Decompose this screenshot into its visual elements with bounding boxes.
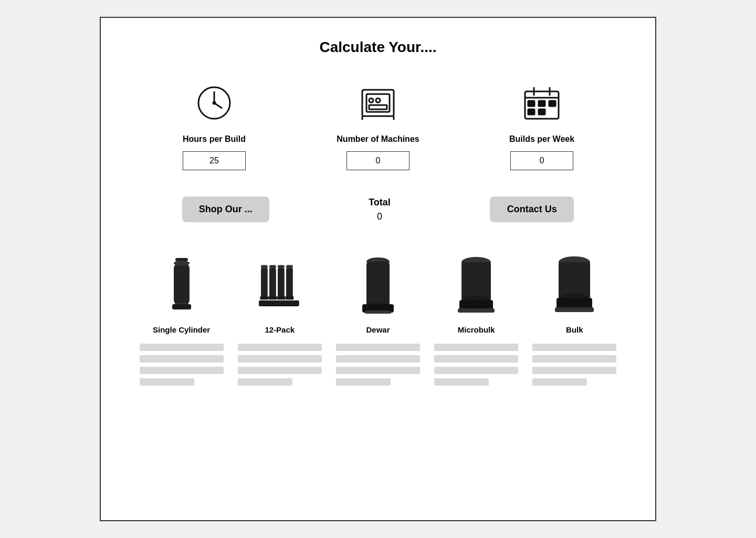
dewar-icon (357, 254, 399, 317)
detail-line (140, 355, 224, 363)
svg-rect-15 (528, 101, 534, 106)
svg-point-7 (376, 98, 380, 102)
calculator-section: Hours per Build Number of Machines (132, 82, 624, 170)
dewar-details (336, 344, 420, 386)
detail-line (532, 355, 616, 363)
twelve-pack-label: 12-Pack (265, 325, 295, 334)
svg-rect-53 (555, 307, 594, 312)
hours-label: Hours per Build (183, 134, 246, 144)
svg-rect-19 (539, 109, 545, 115)
svg-rect-48 (458, 308, 495, 313)
product-microbulk: Microbulk (434, 254, 518, 386)
detail-line (532, 378, 587, 386)
products-section: Single Cylinder (132, 254, 624, 386)
svg-rect-22 (174, 263, 190, 305)
microbulk-details (434, 344, 518, 386)
svg-rect-16 (539, 101, 545, 106)
svg-rect-45 (461, 262, 491, 301)
svg-rect-29 (269, 267, 276, 297)
svg-rect-32 (278, 267, 285, 297)
machines-label: Number of Machines (337, 134, 419, 144)
svg-rect-34 (277, 296, 285, 299)
total-section: Total 0 (369, 197, 391, 222)
machine-icon (357, 82, 399, 124)
calc-item-machines: Number of Machines (326, 82, 430, 170)
builds-input[interactable] (510, 151, 573, 170)
detail-line (434, 344, 518, 351)
detail-line (238, 378, 292, 386)
detail-line (532, 367, 616, 374)
svg-rect-31 (268, 296, 277, 299)
svg-rect-17 (549, 101, 555, 106)
detail-line (336, 378, 391, 386)
total-value: 0 (369, 211, 391, 222)
twelve-pack-details (238, 344, 322, 386)
svg-rect-36 (286, 265, 293, 268)
clock-icon (193, 82, 235, 124)
single-cylinder-details (140, 344, 224, 386)
calendar-icon (521, 82, 563, 124)
svg-rect-40 (366, 262, 390, 306)
svg-rect-18 (528, 109, 534, 115)
detail-line (532, 344, 616, 351)
bulk-label: Bulk (566, 325, 583, 334)
svg-rect-28 (260, 296, 268, 299)
total-label: Total (369, 197, 391, 208)
detail-line (238, 355, 322, 363)
page-title: Calculate Your.... (132, 39, 624, 56)
shop-button[interactable]: Shop Our ... (182, 196, 269, 222)
svg-rect-26 (261, 267, 268, 297)
microbulk-icon (455, 254, 497, 317)
detail-line (238, 344, 322, 351)
dewar-label: Dewar (366, 325, 390, 334)
single-cylinder-icon (161, 254, 203, 317)
svg-rect-33 (278, 265, 285, 268)
svg-rect-8 (369, 105, 387, 109)
svg-rect-25 (172, 304, 191, 309)
action-section: Shop Our ... Total 0 Contact Us (132, 196, 624, 222)
contact-button[interactable]: Contact Us (490, 196, 574, 222)
calc-item-hours: Hours per Build (162, 82, 267, 170)
detail-line (140, 378, 194, 386)
svg-rect-37 (285, 296, 293, 299)
svg-rect-38 (259, 301, 299, 306)
svg-point-6 (369, 98, 373, 102)
microbulk-label: Microbulk (458, 325, 495, 334)
product-bulk: Bulk (532, 254, 616, 386)
svg-rect-35 (286, 267, 293, 297)
bulk-details (532, 344, 616, 386)
calc-item-builds: Builds per Week (489, 82, 594, 170)
detail-line (434, 378, 489, 386)
twelve-pack-icon (259, 254, 301, 317)
svg-rect-27 (261, 265, 268, 268)
svg-point-3 (213, 102, 215, 104)
detail-line (140, 344, 224, 351)
detail-line (336, 367, 420, 374)
product-dewar: Dewar (336, 254, 420, 386)
detail-line (238, 367, 322, 374)
detail-line (434, 355, 518, 363)
detail-line (336, 355, 420, 363)
hours-input[interactable] (183, 151, 246, 170)
detail-line (336, 344, 420, 351)
detail-line (434, 367, 518, 374)
builds-label: Builds per Week (509, 134, 574, 144)
product-twelve-pack: 12-Pack (238, 254, 322, 386)
single-cylinder-label: Single Cylinder (153, 325, 210, 334)
main-container: Calculate Your.... Hours per Build (100, 17, 656, 521)
svg-point-23 (174, 261, 190, 266)
detail-line (140, 367, 224, 374)
bulk-icon (553, 254, 595, 317)
machines-input[interactable] (346, 151, 410, 170)
svg-rect-43 (365, 311, 391, 314)
product-single-cylinder: Single Cylinder (140, 254, 224, 386)
svg-rect-30 (269, 265, 276, 268)
